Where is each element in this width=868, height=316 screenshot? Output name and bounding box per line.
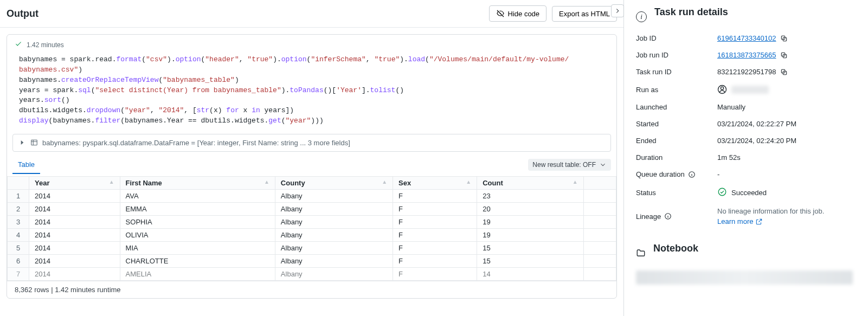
external-link-icon xyxy=(755,218,763,225)
copy-icon[interactable] xyxy=(780,35,788,42)
started-label: Started xyxy=(636,120,717,128)
run-as-user: hidden-user xyxy=(731,86,769,94)
result-table-toggle[interactable]: New result table: OFF xyxy=(528,159,611,171)
collapse-side-button[interactable] xyxy=(611,4,624,17)
svg-point-10 xyxy=(718,188,726,196)
table-row[interactable]: 72014AMELIAAlbanyF14 xyxy=(8,267,616,280)
job-run-id-label: Job run ID xyxy=(636,51,717,59)
chevron-down-icon xyxy=(599,161,607,169)
table-row[interactable]: 32014SOPHIAAlbanyF19 xyxy=(8,215,616,228)
ended-value: 03/21/2024, 02:24:20 PM xyxy=(717,137,853,145)
column-header[interactable]: First Name▲ xyxy=(120,176,275,189)
rownum-header xyxy=(8,176,29,189)
started-value: 03/21/2024, 02:22:27 PM xyxy=(717,120,853,128)
result-table: Year▲First Name▲County▲Sex▲Count▲ 12014A… xyxy=(7,176,616,281)
hide-code-button[interactable]: Hide code xyxy=(489,5,547,22)
schema-summary[interactable]: babynames: pyspark.sql.dataframe.DataFra… xyxy=(12,134,611,152)
task-run-id-label: Task run ID xyxy=(636,68,717,76)
launched-value: Manually xyxy=(717,103,853,111)
check-icon xyxy=(15,40,22,49)
table-footer: 8,362 rows | 1.42 minutes runtime xyxy=(7,281,616,298)
launched-label: Launched xyxy=(636,103,717,111)
notebook-path-redacted xyxy=(636,270,853,285)
notebook-title: Notebook xyxy=(653,243,698,254)
info-icon: i xyxy=(636,11,647,22)
duration-value: 1m 52s xyxy=(717,153,853,162)
output-cell: 1.42 minutes babynames = spark.read.form… xyxy=(7,34,617,299)
code-block: babynames = spark.read.format("csv").opt… xyxy=(7,53,616,134)
ended-label: Ended xyxy=(636,137,717,145)
status-value: Succeeded xyxy=(731,189,767,197)
job-id-label: Job ID xyxy=(636,34,717,42)
task-run-id-value: 832121922951798 xyxy=(717,68,776,76)
job-id-link[interactable]: 619614733340102 xyxy=(717,34,776,42)
copy-icon[interactable] xyxy=(780,68,788,76)
svg-point-8 xyxy=(721,87,723,89)
lineage-label: Lineage xyxy=(636,212,717,221)
column-header[interactable]: Count▲ xyxy=(477,176,583,189)
side-title: Task run details xyxy=(654,7,728,18)
copy-icon[interactable] xyxy=(780,51,788,59)
queue-duration-label: Queue duration xyxy=(636,170,717,178)
lineage-learn-more[interactable]: Learn more xyxy=(717,217,763,225)
schema-text: babynames: pyspark.sql.dataframe.DataFra… xyxy=(42,139,350,147)
user-icon xyxy=(717,85,727,94)
info-icon[interactable] xyxy=(664,212,672,220)
caret-right-icon xyxy=(18,139,26,146)
job-run-id-link[interactable]: 161813873375665 xyxy=(717,51,776,59)
tab-table[interactable]: Table xyxy=(12,156,40,174)
column-header[interactable]: Sex▲ xyxy=(393,176,477,189)
table-row[interactable]: 42014OLIVIAAlbanyF19 xyxy=(8,228,616,241)
page-title: Output xyxy=(7,8,38,20)
table-row[interactable]: 52014MIAAlbanyF15 xyxy=(8,241,616,254)
run-as-label: Run as xyxy=(636,86,717,94)
lineage-text: No lineage information for this job. xyxy=(717,207,824,215)
duration-label: Duration xyxy=(636,153,717,162)
export-html-label: Export as HTML xyxy=(559,10,610,18)
table-icon xyxy=(30,139,38,146)
hide-code-label: Hide code xyxy=(508,10,540,18)
queue-duration-value: - xyxy=(717,170,853,178)
folder-icon xyxy=(636,248,646,258)
table-row[interactable]: 62014CHARLOTTEAlbanyF15 xyxy=(8,254,616,267)
eye-off-icon xyxy=(496,9,505,18)
table-row[interactable]: 12014AVAAlbanyF23 xyxy=(8,189,616,202)
column-header[interactable]: County▲ xyxy=(275,176,393,189)
svg-rect-0 xyxy=(31,140,37,145)
success-icon xyxy=(717,187,727,198)
status-label: Status xyxy=(636,189,717,197)
cell-runtime: 1.42 minutes xyxy=(27,41,64,49)
table-row[interactable]: 22014EMMAAlbanyF20 xyxy=(8,202,616,215)
info-icon[interactable] xyxy=(688,171,696,178)
column-header[interactable]: Year▲ xyxy=(29,176,120,189)
export-html-button[interactable]: Export as HTML xyxy=(552,6,617,22)
chevron-right-icon xyxy=(614,7,621,15)
result-table-toggle-label: New result table: OFF xyxy=(532,161,596,169)
